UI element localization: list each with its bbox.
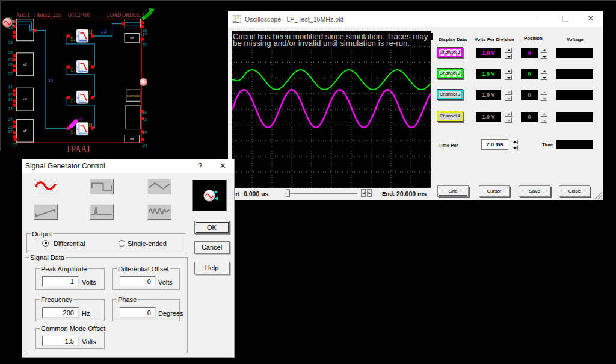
svg-text:Addr1: 1 Addr2: 255: Addr1: 1 Addr2: 255 bbox=[16, 11, 61, 18]
svg-text:off: off bbox=[23, 129, 27, 132]
svg-text:42: 42 bbox=[143, 117, 147, 122]
svg-text:off: off bbox=[130, 36, 134, 40]
svg-text:automatic: automatic bbox=[126, 94, 140, 97]
svg-text:x2: x2 bbox=[78, 69, 84, 74]
svg-text:07: 07 bbox=[8, 72, 13, 76]
svg-text:x2: x2 bbox=[78, 131, 84, 136]
svg-text:n4: n4 bbox=[101, 28, 107, 35]
svg-text:FPAA1: FPAA1 bbox=[67, 144, 91, 154]
svg-text:39: 39 bbox=[143, 110, 147, 114]
svg-text:1: 1 bbox=[73, 131, 76, 135]
svg-text:12: 12 bbox=[8, 93, 13, 97]
svg-text:I: I bbox=[89, 91, 91, 96]
svg-text:16: 16 bbox=[143, 28, 147, 32]
svg-text:05: 05 bbox=[8, 50, 13, 54]
svg-text:17: 17 bbox=[143, 32, 147, 37]
svg-text:off: off bbox=[23, 97, 27, 101]
svg-text:LOAD ORDER: 1: LOAD ORDER: 1 bbox=[107, 11, 144, 18]
svg-text:08: 08 bbox=[8, 58, 13, 62]
svg-text:27: 27 bbox=[8, 129, 13, 134]
svg-text:II: II bbox=[89, 29, 93, 35]
svg-text:25: 25 bbox=[8, 125, 13, 129]
svg-text:06: 06 bbox=[8, 62, 13, 66]
svg-text:18: 18 bbox=[143, 43, 147, 47]
svg-text:OTC24000: OTC24000 bbox=[68, 11, 90, 18]
svg-text:1: 1 bbox=[73, 69, 76, 73]
svg-text:20: 20 bbox=[143, 143, 147, 147]
svg-text:11: 11 bbox=[8, 85, 13, 89]
svg-text:off: off bbox=[23, 63, 27, 66]
svg-text:1: 1 bbox=[73, 99, 76, 103]
svg-text:1: 1 bbox=[73, 38, 76, 42]
svg-text:22: 22 bbox=[13, 143, 17, 147]
svg-text:I: I bbox=[89, 61, 91, 66]
svg-text:x2: x2 bbox=[78, 38, 84, 43]
svg-text:13: 13 bbox=[8, 106, 13, 111]
svg-text:24: 24 bbox=[8, 117, 13, 122]
svg-text:x2: x2 bbox=[78, 99, 84, 105]
svg-text:19: 19 bbox=[143, 131, 147, 135]
svg-text:14: 14 bbox=[8, 97, 13, 102]
svg-text:n5: n5 bbox=[48, 76, 54, 83]
svg-text:03: 03 bbox=[8, 40, 13, 45]
svg-text:off: off bbox=[130, 137, 134, 141]
